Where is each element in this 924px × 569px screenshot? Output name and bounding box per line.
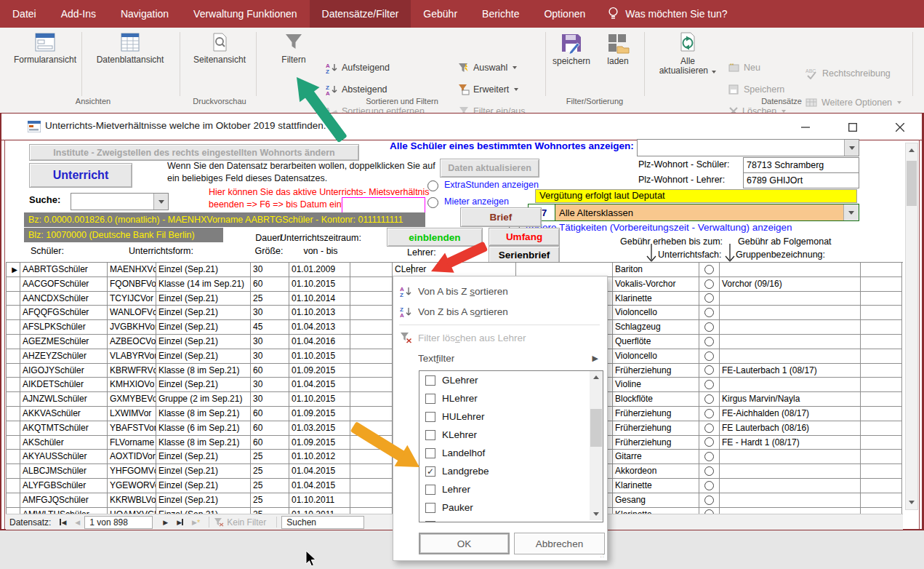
tell-me-search[interactable]: Was möchten Sie tun? — [598, 0, 727, 28]
combo-dropdown-icon[interactable] — [843, 204, 859, 220]
ribbon-tab-optionen[interactable]: Optionen — [531, 0, 598, 28]
record-search-input[interactable]: Suchen — [281, 516, 364, 529]
row-selector[interactable] — [6, 479, 20, 493]
minimize-button[interactable] — [789, 116, 822, 138]
unterricht-button[interactable]: Unterricht — [29, 163, 132, 188]
row-radio[interactable] — [704, 452, 714, 461]
row-radio[interactable] — [704, 265, 714, 274]
advanced-filter-button[interactable]: Erweitert — [458, 81, 518, 98]
page-view-button[interactable]: Seitenansicht — [186, 32, 253, 65]
menu-text-filter[interactable]: Textfilter ▶ — [393, 348, 606, 368]
row-radio[interactable] — [704, 351, 714, 361]
scroll-down-icon[interactable] — [906, 496, 917, 509]
row-radio[interactable] — [704, 380, 714, 389]
wohnort-combo[interactable] — [637, 139, 859, 156]
filter-button[interactable]: Filtern — [270, 32, 317, 65]
ribbon-tab-navigation[interactable]: Navigation — [108, 0, 181, 28]
ribbon-tab-geb-hr[interactable]: Gebühr — [411, 0, 470, 28]
row-selector[interactable] — [6, 436, 20, 450]
checkbox-icon[interactable] — [425, 485, 435, 495]
row-selector[interactable] — [6, 450, 20, 464]
filter-option-glehrer[interactable]: GLehrer — [419, 371, 603, 389]
filter-save-button[interactable]: speichern — [547, 32, 595, 66]
ribbon-tab-add-ins[interactable]: Add-Ins — [49, 0, 108, 28]
checkbox-icon[interactable] — [425, 394, 435, 404]
checkbox-icon[interactable] — [425, 375, 435, 386]
checkbox-icon[interactable] — [425, 503, 435, 513]
ribbon-tab-datens-tze-filter[interactable]: Datensätze/Filter — [310, 0, 411, 28]
row-radio[interactable] — [704, 496, 714, 505]
filter-list-scrollbar[interactable] — [590, 371, 603, 520]
first-record-button[interactable]: ◀ — [55, 514, 71, 530]
datasheet-view-button[interactable]: Datenblattansicht — [84, 32, 176, 65]
menu-sort-za[interactable]: ZA Von Z bis A sortieren — [393, 301, 606, 322]
row-selector[interactable] — [6, 292, 20, 306]
cancel-button[interactable]: Abbrechen — [514, 533, 605, 554]
ribbon-tab-berichte[interactable]: Berichte — [470, 0, 531, 28]
row-radio[interactable] — [704, 466, 714, 476]
altersklassen-combo[interactable]: Alle Altersklassen — [555, 204, 843, 220]
filter-option-hulehrer[interactable]: HULehrer — [419, 407, 603, 426]
form-view-button[interactable]: Formularansicht — [10, 32, 80, 65]
menu-sort-az[interactable]: AZ Von A bis Z sortieren — [393, 281, 606, 301]
resize-grip[interactable]: .: — [600, 552, 605, 559]
filter-option-pauker[interactable]: Pauker — [419, 498, 603, 517]
row-radio[interactable] — [704, 337, 714, 346]
row-selector[interactable] — [6, 421, 20, 436]
filter-option-landgrebe[interactable]: ✓Landgrebe — [419, 462, 603, 480]
row-radio[interactable] — [704, 365, 714, 375]
row-selector[interactable] — [6, 335, 20, 349]
record-position-field[interactable]: 1 von 898 — [84, 516, 153, 529]
filter-option-pulehrer[interactable]: PULehrer — [419, 517, 603, 522]
close-button[interactable] — [883, 116, 917, 138]
selection-filter-button[interactable]: Auswahl — [458, 60, 517, 76]
suche-combo[interactable] — [71, 193, 169, 210]
scroll-down-icon[interactable] — [590, 508, 603, 520]
combo-dropdown-icon[interactable] — [844, 140, 859, 156]
umfang-button[interactable]: Umfang — [489, 228, 560, 246]
row-selector[interactable] — [6, 364, 20, 378]
row-radio[interactable] — [704, 409, 714, 418]
refresh-all-button[interactable]: Alleaktualisieren — [654, 32, 721, 76]
row-radio[interactable] — [704, 394, 714, 404]
scroll-up-icon[interactable] — [906, 143, 917, 157]
row-radio[interactable] — [704, 423, 714, 433]
row-radio[interactable] — [704, 293, 714, 303]
filter-load-button[interactable]: laden — [597, 32, 639, 66]
brief-button[interactable]: Brief — [460, 207, 542, 227]
ribbon-tab-datei[interactable]: Datei — [0, 0, 49, 28]
row-radio[interactable] — [704, 308, 714, 317]
filter-option-hlehrer[interactable]: HLehrer — [419, 389, 603, 407]
scroll-up-icon[interactable] — [590, 371, 603, 383]
ribbon-tab-verwaltung-funktionen[interactable]: Verwaltung Funktionen — [181, 0, 309, 28]
next-record-button[interactable]: ▶ — [158, 514, 172, 530]
row-selector[interactable] — [6, 349, 20, 364]
row-selector[interactable] — [6, 306, 20, 320]
row-selector[interactable] — [6, 493, 20, 508]
row-radio[interactable] — [704, 437, 714, 447]
scrollbar-thumb[interactable] — [590, 409, 602, 447]
last-record-button[interactable]: ▶ — [172, 514, 188, 530]
row-selector[interactable] — [6, 277, 20, 292]
filter-option-lehrer[interactable]: Lehrer — [419, 480, 603, 498]
row-selector[interactable]: ▶ — [6, 263, 20, 277]
row-radio[interactable] — [704, 322, 714, 332]
serienbrief-button[interactable]: Serienbrief — [489, 246, 560, 263]
plz-lehrer-field[interactable]: 6789 GHIJOrt — [743, 172, 859, 188]
row-radio[interactable] — [704, 279, 714, 289]
plz-schueler-field[interactable]: 78713 Schramberg — [743, 157, 859, 173]
row-radio[interactable] — [704, 481, 714, 490]
maximize-button[interactable] — [836, 116, 869, 138]
row-selector[interactable] — [6, 320, 20, 335]
row-selector[interactable] — [6, 407, 20, 421]
row-selector[interactable] — [6, 378, 20, 392]
combo-dropdown-icon[interactable] — [153, 194, 168, 210]
form-scrollbar[interactable] — [905, 143, 918, 510]
filter-option-landelhof[interactable]: Landelhof — [419, 444, 603, 462]
ok-button[interactable]: OK — [419, 533, 510, 554]
scrollbar-thumb[interactable] — [907, 161, 917, 206]
filter-option-klehrer[interactable]: KLehrer — [419, 426, 603, 444]
previous-record-button[interactable]: ◀ — [71, 514, 84, 530]
checkbox-icon[interactable] — [425, 521, 435, 523]
row-selector[interactable] — [6, 392, 20, 407]
